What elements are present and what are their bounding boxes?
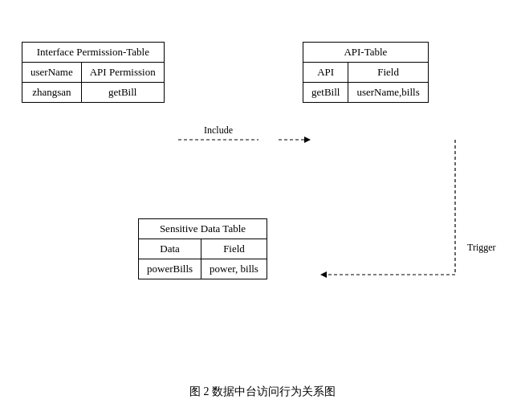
permission-table: Interface Permission-Table userName API …	[22, 42, 165, 103]
trigger-label: Trigger	[467, 242, 496, 253]
include-arrowhead	[304, 137, 311, 143]
sensitive-col-field: Field	[201, 239, 267, 259]
diagram-caption: 图 2 数据中台访问行为关系图	[189, 385, 336, 399]
api-col-api: API	[303, 62, 348, 82]
permission-col-apiperm: API Permission	[81, 62, 164, 82]
sensitive-table-title: Sensitive Data Table	[139, 218, 267, 239]
sensitive-row1-col2: power, bills	[201, 259, 267, 279]
diagram-container: Interface Permission-Table userName API …	[14, 18, 511, 403]
sensitive-table: Sensitive Data Table Data Field powerBil…	[138, 218, 267, 279]
permission-row1-col1: zhangsan	[22, 82, 82, 102]
include-label: Include	[204, 124, 233, 136]
api-row1-col1: getBill	[303, 82, 348, 102]
trigger-arrowhead	[320, 271, 327, 278]
sensitive-row1-col1: powerBills	[139, 259, 201, 279]
permission-table-title: Interface Permission-Table	[22, 42, 165, 62]
permission-col-username: userName	[22, 62, 82, 82]
api-col-field: Field	[348, 62, 428, 82]
permission-row1-col2: getBill	[81, 82, 164, 102]
api-row1-col2: userName,bills	[348, 82, 428, 102]
api-table-title: API-Table	[303, 42, 429, 62]
api-table: API-Table API Field getBill userName,bil…	[303, 42, 429, 103]
sensitive-col-data: Data	[139, 239, 201, 259]
